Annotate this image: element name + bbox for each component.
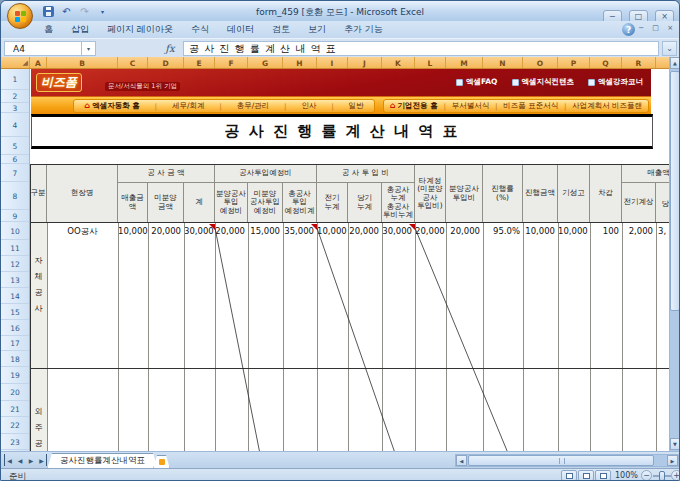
column-header-N[interactable]: N (483, 57, 523, 69)
row-header-23[interactable]: 23 (1, 435, 29, 450)
header-cell-N[interactable]: 진행률 (%) (483, 165, 523, 223)
header-cell-H[interactable]: 총공사 투입 예정비계 (283, 183, 317, 223)
cell-N10[interactable]: 95.0% (483, 223, 523, 241)
column-header-Q[interactable]: Q (590, 57, 622, 69)
tab-view[interactable]: 보기 (299, 21, 335, 38)
tab-formulas[interactable]: 수식 (182, 21, 218, 38)
cell-G10[interactable]: 15,000 (248, 223, 283, 241)
tab-review[interactable]: 검토 (263, 21, 299, 38)
column-header-E[interactable]: E (184, 57, 215, 69)
cell-C10[interactable]: 10,000 (118, 223, 148, 241)
tab-insert[interactable]: 삽입 (62, 21, 98, 38)
vertical-scrollbar[interactable]: ▲ ▼ (669, 57, 679, 451)
cell-D10[interactable]: 20,000 (148, 223, 184, 241)
column-header-O[interactable]: O (523, 57, 558, 69)
row-header-10[interactable]: 10 (1, 223, 29, 240)
tab-page-layout[interactable]: 페이지 레이아웃 (98, 21, 182, 38)
formula-bar-expand-icon[interactable]: ⌄ (662, 41, 677, 56)
header-cell-site[interactable]: 현장명 (47, 165, 118, 223)
column-header-A[interactable]: A (30, 57, 47, 69)
row-header-9[interactable]: 9 (1, 211, 29, 222)
header-cell-S[interactable]: 당기계상 (656, 183, 669, 223)
first-sheet-button[interactable]: ◀ (4, 454, 14, 466)
column-header-M[interactable]: M (446, 57, 483, 69)
column-header-J[interactable]: J (348, 57, 382, 69)
header-cell-G[interactable]: 미분양 공사투입 예정비 (248, 183, 283, 223)
row-header-21[interactable]: 21 (1, 402, 29, 417)
column-header-D[interactable]: D (148, 57, 184, 69)
header-cell-K[interactable]: 총공사 누계 총공사 투비누계 (382, 183, 415, 223)
page-layout-view-button[interactable] (578, 470, 594, 481)
row-header-1[interactable]: 1 (1, 69, 29, 90)
formula-input[interactable]: 공 사 진 행 률 계 산 내 역 표 (183, 41, 659, 56)
header-cell-Q[interactable]: 차감 (590, 165, 622, 223)
column-header-H[interactable]: H (283, 57, 317, 69)
zoom-slider-thumb[interactable] (659, 471, 665, 481)
column-header-K[interactable]: K (382, 57, 415, 69)
group-header-3[interactable]: 매출액 (622, 165, 669, 183)
row-header-11[interactable]: 11 (1, 241, 29, 256)
group-header-1[interactable]: 공사투입예정비 (215, 165, 317, 183)
group-header-2[interactable]: 공 사 투 입 비 (317, 165, 415, 183)
insert-function-button[interactable]: ƒx (159, 41, 181, 56)
next-sheet-button[interactable]: ▶ (26, 454, 36, 466)
last-sheet-button[interactable]: ▶ (37, 454, 47, 466)
header-cell-P[interactable]: 기성고 (558, 165, 590, 223)
sheet-grid[interactable]: 비즈폼 문서/서식몰의 1위 기업 엑셀FAQ 엑셀지식컨텐츠 엑셀강좌코너 ⌂… (30, 69, 669, 451)
header-cell-O[interactable]: 진행금액 (523, 165, 558, 223)
row-header-13[interactable]: 13 (1, 273, 29, 288)
row-header-14[interactable]: 14 (1, 289, 29, 304)
cell-L10[interactable]: 20,000 (415, 223, 446, 241)
cell-F10[interactable]: 20,000 (215, 223, 248, 241)
row-header-19[interactable]: 19 (1, 368, 29, 384)
zoom-in-icon[interactable]: + (671, 470, 680, 481)
column-header-P[interactable]: P (558, 57, 590, 69)
horizontal-scroll-thumb[interactable] (468, 455, 654, 466)
cell-I10[interactable]: 10,000 (317, 223, 348, 241)
row-header-12[interactable]: 12 (1, 257, 29, 272)
scroll-down-icon[interactable]: ▼ (670, 438, 680, 450)
row-header-17[interactable]: 17 (1, 337, 29, 351)
row-header-5[interactable]: 5 (1, 138, 29, 155)
cell-S10[interactable]: 3, (656, 223, 669, 241)
header-cell-C[interactable]: 매출금액 (118, 183, 148, 223)
tab-data[interactable]: 데이터 (218, 21, 263, 38)
cell-Q10[interactable]: 100 (590, 223, 622, 241)
help-icon[interactable]: ? (622, 23, 635, 36)
header-cell-M[interactable]: 분양공사 투입비 (446, 165, 483, 223)
row-header-6[interactable]: 6 (1, 156, 29, 164)
scroll-right-icon[interactable]: ▶ (667, 455, 678, 466)
cell-R10[interactable]: 2,000 (622, 223, 656, 241)
row-header-4[interactable]: 4 (1, 114, 29, 137)
zoom-out-icon[interactable]: − (641, 470, 652, 481)
vertical-scroll-thumb[interactable] (670, 71, 680, 311)
cell-O10[interactable]: 10,000 (523, 223, 558, 241)
cell-B10[interactable]: OO공사 (47, 223, 118, 241)
normal-view-button[interactable] (561, 470, 577, 481)
tab-home[interactable]: 홈 (35, 21, 62, 38)
insert-worksheet-tab[interactable] (153, 455, 170, 469)
section-2-label[interactable]: 외 주 공 사 (30, 368, 47, 451)
header-cell-R[interactable]: 전기계상 (622, 183, 656, 223)
column-header-C[interactable]: C (118, 57, 148, 69)
header-cell-J[interactable]: 당기 누계 (348, 183, 382, 223)
header-cell-L[interactable]: 타계정 (미분양 공사 투입비) (415, 165, 446, 223)
row-header-20[interactable]: 20 (1, 385, 29, 401)
row-header-16[interactable]: 16 (1, 321, 29, 336)
tab-add-ins[interactable]: 추가 기능 (335, 21, 392, 38)
row-header-15[interactable]: 15 (1, 305, 29, 320)
column-header-G[interactable]: G (248, 57, 283, 69)
office-button[interactable] (7, 3, 33, 29)
row-header-3[interactable]: 3 (1, 104, 29, 113)
column-header-F[interactable]: F (215, 57, 248, 69)
page-break-view-button[interactable] (595, 470, 611, 481)
prev-sheet-button[interactable]: ◀ (15, 454, 25, 466)
row-header-2[interactable]: 2 (1, 91, 29, 103)
scroll-left-icon[interactable]: ◀ (456, 455, 467, 466)
column-header-B[interactable]: B (47, 57, 118, 69)
row-header-18[interactable]: 18 (1, 352, 29, 367)
cell-J10[interactable]: 20,000 (348, 223, 382, 241)
horizontal-scrollbar[interactable]: ◀ ▶ (455, 454, 679, 467)
name-box-dropdown-icon[interactable]: ▾ (81, 41, 95, 56)
row-header-7[interactable]: 7 (1, 165, 29, 182)
